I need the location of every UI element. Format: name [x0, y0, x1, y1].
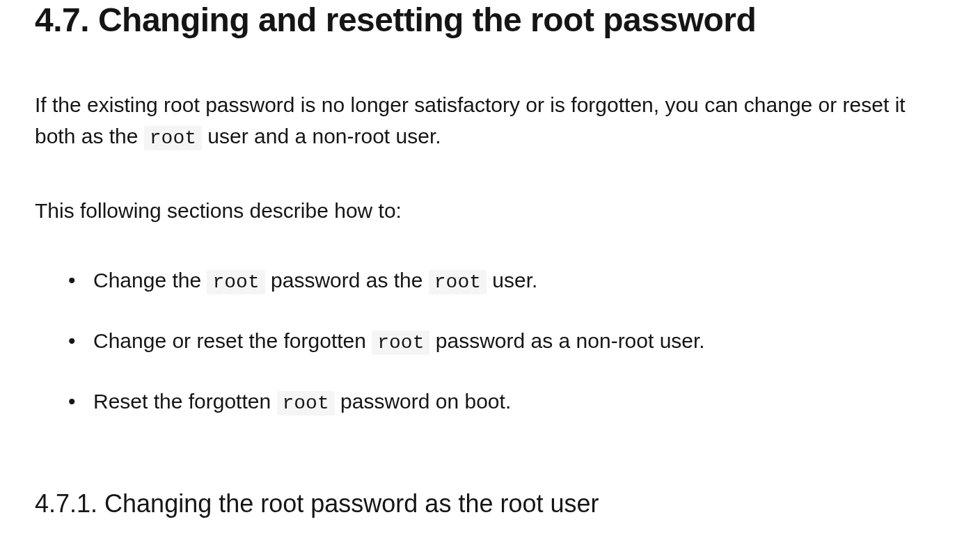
inline-code-root: root — [277, 391, 335, 415]
list-item: Reset the forgotten root password on boo… — [68, 386, 945, 418]
intro-paragraph: If the existing root password is no long… — [35, 89, 945, 153]
list-text: password on boot. — [335, 390, 512, 413]
list-text: Reset the forgotten — [93, 390, 277, 413]
list-text: user. — [487, 269, 537, 292]
list-text: Change the — [93, 269, 207, 292]
section-heading: 4.7. Changing and resetting the root pas… — [35, 0, 945, 40]
list-text: Change or reset the forgotten — [93, 329, 372, 352]
subsection-heading: 4.7.1. Changing the root password as the… — [35, 488, 945, 521]
inline-code-root: root — [207, 270, 264, 294]
inline-code-root: root — [144, 126, 202, 150]
list-intro-text: This following sections describe how to: — [35, 195, 945, 226]
list-text: password as the — [265, 269, 429, 292]
inline-code-root: root — [372, 331, 429, 355]
bullet-list: Change the root password as the root use… — [35, 264, 945, 418]
inline-code-root: root — [429, 270, 487, 294]
list-item: Change the root password as the root use… — [68, 264, 945, 297]
intro-text-2: user and a non-root user. — [202, 125, 441, 148]
list-text: password as a non-root user. — [429, 329, 704, 352]
list-item: Change or reset the forgotten root passw… — [68, 325, 945, 358]
